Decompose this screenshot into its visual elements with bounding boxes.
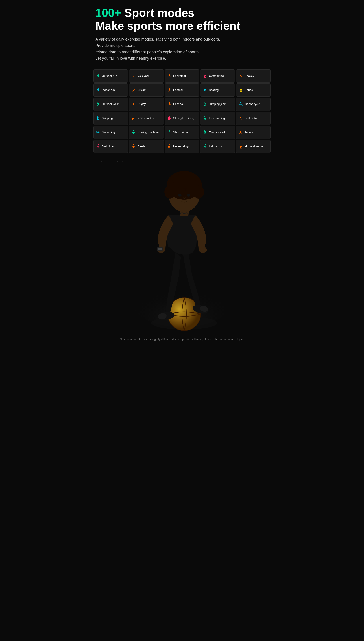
svg-point-20	[204, 116, 205, 117]
svg-point-1	[134, 74, 134, 74]
svg-point-8	[204, 88, 205, 88]
sport-name-basketball: Basketball	[173, 74, 186, 78]
sport-name-outdoor-run: Outdoor run	[102, 74, 117, 78]
sport-gymnastics: Gymnastics	[200, 69, 235, 82]
sport-indoor-cycle: Indoor cycle	[236, 98, 271, 111]
athlete-svg	[127, 169, 237, 334]
footer-note: *The movement mode is slightly different…	[91, 334, 273, 345]
sport-name-football: Football	[173, 88, 183, 92]
svg-point-22	[98, 130, 100, 131]
svg-point-4	[240, 74, 242, 74]
sport-name-dance: Dance	[244, 88, 253, 92]
svg-point-47	[173, 173, 195, 189]
sport-indoor-run: Indoor run	[93, 84, 128, 97]
dots: · · · · · ·	[96, 159, 125, 164]
sport-name-indoor-run2: Indoor run	[209, 144, 222, 148]
athlete-section	[91, 169, 273, 334]
sport-name-badminton2: Badminton	[102, 144, 116, 148]
svg-point-28	[133, 144, 134, 145]
sport-outdoor-walk: Outdoor walk	[93, 98, 128, 111]
sport-name-badminton: Badminton	[244, 116, 258, 120]
sport-name-skipping: Skipping	[102, 116, 113, 120]
subtitle: A variety of daily exercise modes, satis…	[96, 36, 269, 62]
sport-name-jumping-jack: Jumping jack	[209, 102, 226, 106]
sport-basketball: Basketball	[164, 69, 200, 82]
sport-name-hockey: Hockey	[244, 74, 254, 78]
svg-point-18	[134, 116, 134, 117]
sport-name-indoor-cycle: Indoor cycle	[244, 102, 260, 106]
svg-point-10	[98, 102, 98, 102]
svg-point-50	[178, 194, 182, 196]
sport-name-gymnastics: Gymnastics	[209, 74, 224, 78]
sport-name-outdoor-walk2: Outdoor walk	[209, 130, 226, 134]
sport-name-baseball: Baseball	[173, 102, 184, 106]
sport-skipping: Skipping	[93, 112, 128, 125]
svg-point-31	[240, 144, 242, 145]
sport-name-vo2: VO2 max test	[138, 116, 155, 120]
sport-name-stroller: Stroller	[138, 144, 146, 148]
sport-name-mountaineering: Moun­taineering	[244, 144, 264, 148]
svg-point-24	[169, 130, 170, 131]
sport-boating: Boating	[200, 84, 235, 97]
sport-baseball: Baseball	[164, 98, 200, 111]
sport-name-rowing-machine: Rowing machine	[138, 130, 159, 134]
sport-volleyball: Volleyball	[129, 69, 164, 82]
sport-cricket: Cricket	[129, 84, 164, 97]
sport-swimming: Swimming	[93, 126, 128, 139]
svg-point-51	[187, 194, 190, 196]
sport-stroller: Stroller	[129, 140, 164, 153]
svg-point-48	[164, 185, 176, 198]
sport-outdoor-run: Outdoor run	[93, 69, 128, 82]
sport-tennis: Tennis	[236, 126, 271, 139]
sport-horse-riding: Horse riding	[164, 140, 200, 153]
svg-point-9	[240, 88, 241, 88]
sport-free-training: Free training	[200, 112, 235, 125]
sport-indoor-run2: Indoor run	[200, 140, 235, 153]
sport-name-cricket: Cricket	[138, 88, 146, 92]
svg-point-26	[240, 130, 242, 131]
svg-point-29	[169, 144, 170, 145]
sport-dance: Dance	[236, 84, 271, 97]
svg-point-41	[199, 247, 207, 253]
sport-outdoor-walk2: Outdoor walk	[200, 126, 235, 139]
sport-strength: Strength training	[164, 112, 200, 125]
sport-name-tennis: Tennis	[244, 130, 253, 134]
svg-point-14	[240, 102, 241, 103]
svg-point-25	[204, 130, 205, 131]
svg-point-21	[240, 116, 242, 117]
svg-point-2	[169, 74, 170, 74]
header-section: 100+ Sport modes Make sports more effici…	[91, 0, 273, 69]
sport-badminton: Badminton	[236, 112, 271, 125]
sport-name-strength: Strength training	[173, 116, 194, 120]
sport-football: Football	[164, 84, 200, 97]
sport-name-indoor-run: Indoor run	[102, 88, 115, 92]
sport-vo2: VO2 max test	[129, 112, 164, 125]
svg-point-7	[169, 88, 170, 89]
sport-jumping-jack: Jumping jack	[200, 98, 235, 111]
title-highlight: 100+	[96, 6, 121, 19]
svg-point-23	[133, 130, 134, 131]
sport-name-horse-riding: Horse riding	[173, 144, 188, 148]
sport-name-rugby: Rugby	[138, 102, 146, 106]
sport-rugby: Rugby	[129, 98, 164, 111]
title-line2: Make sports more efficient	[96, 20, 269, 32]
sports-grid: Outdoor run Volleyball Basketball Gymnas…	[91, 69, 273, 153]
svg-point-27	[98, 144, 99, 145]
svg-point-19	[169, 116, 170, 117]
sport-rowing-machine: Rowing machine	[129, 126, 164, 139]
svg-point-6	[134, 88, 134, 89]
svg-point-3	[204, 74, 205, 74]
svg-point-17	[98, 116, 98, 117]
footer-text: *The movement mode is slightly different…	[120, 338, 244, 341]
svg-rect-53	[158, 248, 162, 250]
sport-hockey: Hockey	[236, 69, 271, 82]
svg-point-12	[169, 102, 170, 103]
svg-point-0	[98, 74, 99, 74]
page-wrapper: 100+ Sport modes Make sports more effici…	[91, 0, 273, 345]
sport-name-outdoor-walk: Outdoor walk	[102, 102, 119, 106]
sport-name-volleyball: Volleyball	[138, 74, 150, 78]
sport-name-step-training: Step training	[173, 130, 189, 134]
dots-row: · · · · · ·	[91, 156, 273, 169]
sport-name-swimming: Swimming	[102, 130, 115, 134]
svg-point-16	[241, 104, 242, 106]
